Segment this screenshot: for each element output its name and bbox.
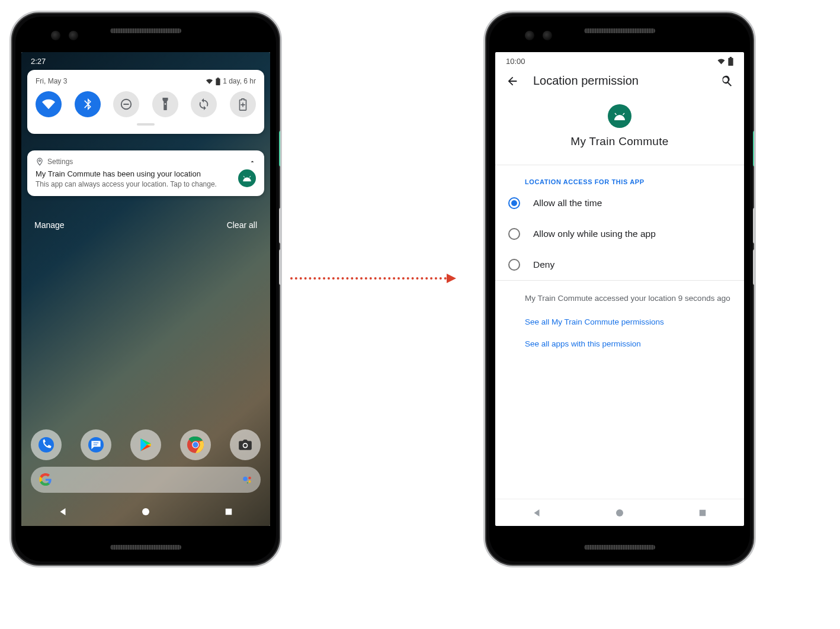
status-time: 2:27 <box>31 57 46 66</box>
svg-point-9 <box>39 437 54 453</box>
volume-up-button[interactable] <box>279 208 282 243</box>
manage-button[interactable]: Manage <box>34 220 65 230</box>
qs-drag-handle[interactable] <box>137 123 155 126</box>
app-icon <box>238 169 256 187</box>
wifi-icon <box>42 98 55 111</box>
svg-rect-23 <box>226 509 232 515</box>
screen-left: 2:27 Fri, May 3 1 day, 6 hr <box>21 52 270 526</box>
statusbar: 2:27 <box>21 52 270 70</box>
option-allow-always[interactable]: Allow all the time <box>495 188 744 219</box>
nav-home-icon[interactable] <box>140 506 151 517</box>
radio-unselected-icon <box>508 228 520 240</box>
link-all-apps-permission[interactable]: See all apps with this permission <box>525 339 732 348</box>
front-sensor <box>69 31 78 40</box>
svg-point-19 <box>248 477 251 480</box>
dock-app-messages[interactable] <box>81 429 111 460</box>
svg-point-28 <box>616 509 623 516</box>
nav-recents-icon[interactable] <box>697 508 708 518</box>
notification-title: My Train Commute has been using your loc… <box>36 169 232 178</box>
clear-all-button[interactable]: Clear all <box>227 220 257 230</box>
notification-card[interactable]: Settings My Train Commute has been using… <box>27 150 264 196</box>
svg-rect-29 <box>700 509 706 516</box>
svg-point-21 <box>247 482 248 483</box>
svg-line-26 <box>615 113 617 115</box>
front-sensor <box>543 31 552 40</box>
access-info-text: My Train Commute accessed your location … <box>525 293 732 304</box>
bluetooth-icon <box>82 98 94 110</box>
qs-tile-dnd[interactable] <box>113 91 139 117</box>
nav-recents-icon[interactable] <box>223 506 234 517</box>
rotate-icon <box>197 98 210 111</box>
option-label: Allow only while using the app <box>533 229 656 239</box>
app-dock <box>31 426 261 463</box>
front-camera <box>525 31 534 40</box>
dock-app-camera[interactable] <box>230 429 261 460</box>
power-button[interactable] <box>279 131 282 166</box>
svg-line-7 <box>243 176 245 177</box>
svg-point-15 <box>193 442 198 447</box>
link-app-permissions[interactable]: See all My Train Commute permissions <box>525 317 732 326</box>
dock-app-phone[interactable] <box>31 429 62 460</box>
wifi-icon <box>717 58 726 65</box>
option-label: Allow all the time <box>533 198 602 208</box>
svg-point-6 <box>248 179 249 180</box>
flashlight-icon <box>160 98 171 111</box>
dnd-icon <box>120 98 133 111</box>
speaker-grille <box>110 545 181 550</box>
phone-right: 10:00 Location permission My Train Commu… <box>483 11 756 567</box>
volume-down-button[interactable] <box>753 249 756 285</box>
svg-line-27 <box>623 113 625 115</box>
option-allow-while-using[interactable]: Allow only while using the app <box>495 219 744 249</box>
quick-settings-panel[interactable]: Fri, May 3 1 day, 6 hr <box>27 70 264 134</box>
chevron-up-icon[interactable] <box>249 158 256 165</box>
nav-bar <box>21 498 270 526</box>
google-search-bar[interactable] <box>31 467 261 493</box>
screen-right: 10:00 Location permission My Train Commu… <box>495 52 744 526</box>
radio-selected-icon <box>508 197 520 209</box>
qs-tile-wifi[interactable] <box>36 91 62 117</box>
dock-app-chrome[interactable] <box>180 429 211 460</box>
arrow-head-icon <box>447 274 456 283</box>
search-icon[interactable] <box>720 75 733 88</box>
svg-point-17 <box>243 444 246 447</box>
svg-point-4 <box>39 160 41 162</box>
svg-point-22 <box>142 508 149 515</box>
nav-back-icon[interactable] <box>57 506 68 517</box>
qs-tile-flashlight[interactable] <box>152 91 178 117</box>
section-label: LOCATION ACCESS FOR THIS APP <box>495 165 744 188</box>
svg-point-24 <box>617 117 618 118</box>
svg-point-18 <box>243 477 248 482</box>
nav-back-icon[interactable] <box>531 508 542 518</box>
phone-left: 2:27 Fri, May 3 1 day, 6 hr <box>9 11 282 567</box>
location-pin-icon <box>36 158 44 166</box>
google-g-icon <box>39 473 52 486</box>
battery-saver-icon <box>239 98 247 111</box>
battery-icon <box>216 78 220 85</box>
nav-home-icon[interactable] <box>614 508 625 518</box>
battery-icon <box>728 57 733 66</box>
qs-date: Fri, May 3 <box>36 77 67 85</box>
nav-bar <box>495 499 744 526</box>
qs-battery-text: 1 day, 6 hr <box>223 77 256 85</box>
power-button[interactable] <box>753 131 756 166</box>
assistant-icon <box>242 474 252 485</box>
svg-point-25 <box>621 117 623 118</box>
speaker-grille <box>110 28 181 33</box>
radio-unselected-icon <box>508 259 520 271</box>
app-icon <box>608 104 631 128</box>
svg-point-5 <box>245 179 246 180</box>
app-name: My Train Commute <box>495 135 744 148</box>
option-label: Deny <box>533 259 554 270</box>
wifi-icon <box>206 78 213 85</box>
option-deny[interactable]: Deny <box>495 249 744 280</box>
page-title: Location permission <box>533 74 706 88</box>
dock-app-play-store[interactable] <box>130 429 161 460</box>
volume-down-button[interactable] <box>279 249 282 285</box>
qs-tile-battery-saver[interactable] <box>230 91 256 117</box>
front-camera <box>51 31 60 40</box>
back-arrow-icon[interactable] <box>506 75 519 88</box>
qs-tile-rotate[interactable] <box>191 91 217 117</box>
volume-up-button[interactable] <box>753 208 756 243</box>
flow-arrow <box>290 272 456 284</box>
qs-tile-bluetooth[interactable] <box>75 91 101 117</box>
